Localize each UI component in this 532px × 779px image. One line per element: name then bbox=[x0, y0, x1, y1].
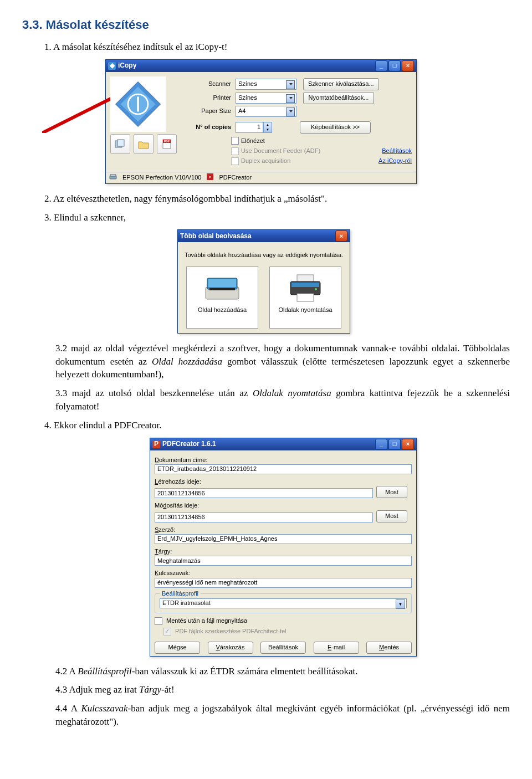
list-item-1: 1. A másolat készítéséhez indítsuk el az… bbox=[44, 40, 510, 54]
cancel-button[interactable]: Mégse bbox=[155, 642, 200, 654]
minimize-button[interactable]: _ bbox=[375, 60, 387, 71]
scan-dialog-message: További oldalak hozzáadása vagy az eddig… bbox=[182, 251, 345, 259]
pdfarchitect-checkbox: ✓ bbox=[163, 628, 171, 636]
profile-select[interactable]: ETDR iratmasolat ▼ bbox=[160, 598, 407, 608]
sub-item-4-2: 4.2 A Beállításprofil-ban válasszuk ki a… bbox=[55, 665, 510, 678]
duplex-checkbox bbox=[231, 157, 239, 165]
profile-legend: Beállításprofil bbox=[160, 590, 201, 598]
scanner-choose-button[interactable]: Szkenner kiválasztása... bbox=[303, 78, 379, 90]
print-pages-button[interactable]: Oldalak nyomtatása bbox=[269, 266, 341, 329]
pdf-icon[interactable]: PDF bbox=[157, 134, 177, 154]
pdfc-maximize-button[interactable]: □ bbox=[388, 439, 401, 450]
list-item-4: 4. Ekkor elindul a PDFCreator. bbox=[44, 419, 510, 432]
pdfc-close-button[interactable]: × bbox=[402, 439, 414, 450]
scanner-select[interactable]: Színes bbox=[236, 79, 296, 90]
copies-input[interactable]: 1 bbox=[236, 122, 263, 133]
wait-button[interactable]: Várakozás bbox=[208, 642, 253, 654]
email-button[interactable]: E-mail bbox=[314, 642, 359, 654]
list-item-3: 3. Elindul a szkenner, bbox=[44, 211, 510, 224]
doc-title-input[interactable]: ETDR_iratbeadas_20130112210912 bbox=[155, 464, 412, 474]
keywords-input[interactable]: érvényességi idő nem meghatározott bbox=[155, 578, 412, 588]
created-label: Létrehozás ideje: bbox=[155, 478, 412, 486]
icopy-statusbar: EPSON Perfection V10/V100 P PDFCreator bbox=[106, 172, 416, 183]
svg-rect-17 bbox=[208, 279, 236, 287]
duplex-label: Duplex acquisition bbox=[241, 157, 290, 165]
author-input[interactable]: Erd_MJV_ugyfelszolg_EPMH_Hatos_Agnes bbox=[155, 534, 412, 544]
svg-rect-5 bbox=[137, 96, 139, 111]
papersize-select[interactable]: A4 bbox=[236, 106, 296, 117]
printer-settings-button[interactable]: Nyomtatóbeállítások... bbox=[303, 92, 374, 104]
adf-checkbox bbox=[231, 147, 239, 155]
subject-input[interactable]: Meghatalmazás bbox=[155, 556, 412, 566]
open-after-row: Mentés után a fájl megnyitása bbox=[155, 617, 412, 625]
save-button[interactable]: Mentés bbox=[366, 642, 412, 654]
scan-dialog: Több oldal beolvasása × További oldalak … bbox=[177, 229, 350, 333]
created-input[interactable]: 20130112134856 bbox=[155, 488, 373, 498]
modified-label: Módosítás ideje: bbox=[155, 501, 412, 510]
pdf-status-icon: P bbox=[207, 173, 213, 182]
modified-input[interactable]: 20130112134856 bbox=[155, 512, 373, 522]
preview-checkbox[interactable] bbox=[231, 137, 239, 145]
sub-item-4-4: 4.4 A Kulcsszavak-ban adjuk meg a jogsza… bbox=[55, 702, 510, 729]
scan-dialog-titlebar: Több oldal beolvasása × bbox=[178, 230, 350, 242]
maximize-button[interactable]: □ bbox=[388, 60, 401, 71]
status-scanner: EPSON Perfection V10/V100 bbox=[122, 173, 201, 182]
pdfc-title: PDFCreator 1.6.1 bbox=[162, 439, 216, 449]
svg-text:PDF: PDF bbox=[164, 140, 170, 143]
icopy-window: ◆ iCopy _ □ × PDF bbox=[105, 59, 417, 184]
copy-logo-button[interactable] bbox=[110, 76, 166, 132]
modified-now-button[interactable]: Most bbox=[376, 510, 407, 522]
pdfc-minimize-button[interactable]: _ bbox=[375, 439, 387, 450]
print-pages-caption: Oldalak nyomtatása bbox=[278, 306, 332, 314]
status-printer: PDFCreator bbox=[219, 173, 252, 182]
profile-group: Beállításprofil ETDR iratmasolat ▼ bbox=[155, 593, 412, 613]
icopy-titlebar: ◆ iCopy _ □ × bbox=[106, 60, 416, 72]
add-page-button[interactable]: Oldal hozzáadása bbox=[186, 266, 258, 329]
preview-label: Előnézet bbox=[241, 137, 265, 145]
papersize-label: Paper Size bbox=[181, 107, 236, 115]
sub-item-3-2: 3.2 majd az oldal végeztével megkérdezi … bbox=[55, 342, 510, 381]
icopy-icon: ◆ bbox=[108, 62, 116, 70]
adf-label: Use Document Feeder (ADF) bbox=[241, 147, 320, 155]
copies-label: N° of copies bbox=[181, 123, 236, 131]
image-settings-button[interactable]: Képbeállítások >> bbox=[300, 121, 371, 134]
close-button[interactable]: × bbox=[402, 60, 414, 71]
scanner-icon bbox=[109, 173, 117, 182]
settings-button[interactable]: Beállítások bbox=[260, 642, 306, 654]
settings-link[interactable]: Beállítások bbox=[382, 147, 412, 155]
created-now-button[interactable]: Most bbox=[376, 486, 407, 498]
svg-point-23 bbox=[315, 288, 317, 290]
sub-item-3-3: 3.3 majd az utolsó oldal beszkennelése u… bbox=[55, 387, 510, 413]
svg-rect-18 bbox=[209, 288, 235, 290]
pdfarchitect-label: PDF fájlok szerkesztése PDFArchitect-tel bbox=[175, 628, 287, 634]
svg-rect-21 bbox=[291, 283, 319, 287]
section-heading: 3.3. Másolat készítése bbox=[22, 17, 510, 34]
sub-item-4-3: 4.3 Adjuk meg az irat Tárgy-át! bbox=[55, 683, 510, 696]
svg-rect-7 bbox=[117, 140, 124, 146]
pdfcreator-window: P PDFCreator 1.6.1 _ □ × Dokumentum címe… bbox=[150, 438, 417, 657]
open-after-label: Mentés után a fájl megnyitása bbox=[166, 617, 247, 624]
scan-dialog-close-button[interactable]: × bbox=[335, 230, 347, 242]
pdfarchitect-row: ✓ PDF fájlok szerkesztése PDFArchitect-t… bbox=[163, 627, 412, 636]
about-link[interactable]: Az iCopy-ról bbox=[378, 157, 412, 165]
svg-line-0 bbox=[42, 94, 120, 133]
scanner-label: Scanner bbox=[181, 80, 236, 88]
svg-rect-22 bbox=[297, 294, 314, 301]
doc-title-label: Dokumentum címe: bbox=[155, 456, 412, 464]
svg-rect-12 bbox=[110, 175, 116, 176]
add-page-caption: Oldal hozzáadása bbox=[198, 306, 247, 314]
open-after-checkbox[interactable] bbox=[155, 617, 162, 625]
folder-icon[interactable] bbox=[134, 134, 154, 154]
batch-icon[interactable] bbox=[110, 134, 130, 154]
icopy-title: iCopy bbox=[118, 61, 136, 70]
pdfc-titlebar: P PDFCreator 1.6.1 _ □ × bbox=[150, 438, 416, 450]
keywords-label: Kulcsszavak: bbox=[155, 569, 412, 577]
printer-label: Printer bbox=[181, 94, 236, 102]
copies-spinner[interactable]: ▲ ▼ bbox=[263, 122, 272, 133]
printer-select[interactable]: Színes bbox=[236, 93, 296, 104]
subject-label: Tárgy: bbox=[155, 547, 412, 556]
scan-dialog-title: Több oldal beolvasása bbox=[180, 232, 252, 241]
svg-text:P: P bbox=[209, 176, 211, 179]
pdfcreator-icon: P bbox=[152, 440, 160, 448]
author-label: Szerző: bbox=[155, 526, 412, 534]
